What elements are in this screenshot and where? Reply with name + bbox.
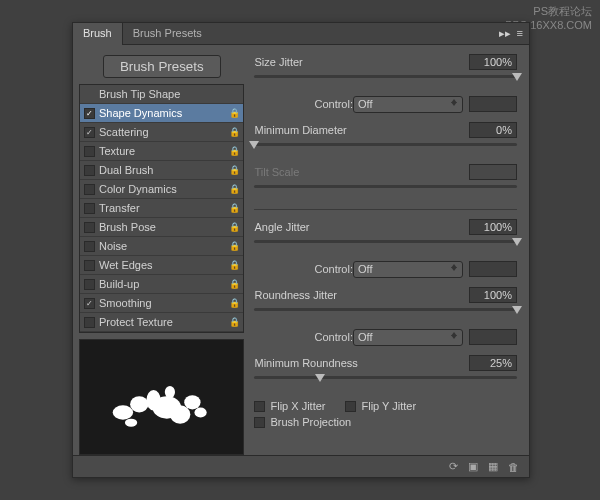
svg-point-0: [113, 405, 133, 419]
toggle-icon[interactable]: ⟳: [449, 460, 458, 473]
flip-x-jitter[interactable]: Flip X Jitter: [254, 400, 325, 412]
option-dual-brush[interactable]: Dual Brush 🔒: [80, 161, 243, 180]
checkbox-icon[interactable]: [84, 317, 95, 328]
min-diameter-value[interactable]: 0%: [469, 122, 517, 138]
option-noise[interactable]: Noise 🔒: [80, 237, 243, 256]
tab-brush-presets[interactable]: Brush Presets: [123, 23, 212, 45]
tab-brush[interactable]: Brush: [73, 23, 123, 45]
option-label: Protect Texture: [99, 316, 173, 328]
control2-label: Control:: [254, 263, 353, 275]
angle-jitter-label: Angle Jitter: [254, 221, 469, 233]
svg-point-7: [125, 419, 137, 427]
checkbox-icon[interactable]: [84, 260, 95, 271]
option-scattering[interactable]: Scattering 🔒: [80, 123, 243, 142]
option-label: Color Dynamics: [99, 183, 177, 195]
lock-icon[interactable]: 🔒: [229, 317, 239, 327]
min-diameter-label: Minimum Diameter: [254, 124, 469, 136]
checkbox-icon[interactable]: [84, 165, 95, 176]
lock-icon[interactable]: 🔒: [229, 146, 239, 156]
lock-icon[interactable]: 🔒: [229, 241, 239, 251]
settings-column: Size Jitter 100% Control: Off Minimum Di…: [250, 51, 523, 449]
svg-point-6: [194, 407, 206, 417]
lock-icon[interactable]: 🔒: [229, 260, 239, 270]
lock-icon[interactable]: 🔒: [229, 127, 239, 137]
control3-select[interactable]: Off: [353, 329, 463, 346]
control2-select[interactable]: Off: [353, 261, 463, 278]
option-label: Shape Dynamics: [99, 107, 182, 119]
option-smoothing[interactable]: Smoothing 🔒: [80, 294, 243, 313]
option-label: Transfer: [99, 202, 140, 214]
trash-icon[interactable]: 🗑: [508, 461, 519, 473]
option-label: Dual Brush: [99, 164, 153, 176]
new-icon[interactable]: ▣: [468, 460, 478, 473]
brush-panel: Brush Brush Presets ▸▸ ≡ Brush Presets B…: [72, 22, 530, 478]
checkbox-icon[interactable]: [84, 184, 95, 195]
brush-preview: [79, 339, 244, 455]
lock-icon[interactable]: 🔒: [229, 222, 239, 232]
option-wet-edges[interactable]: Wet Edges 🔒: [80, 256, 243, 275]
option-label: Build-up: [99, 278, 139, 290]
roundness-jitter-slider[interactable]: [254, 306, 517, 320]
tilt-scale-value: [469, 164, 517, 180]
lock-icon[interactable]: 🔒: [229, 184, 239, 194]
control1-value: [469, 96, 517, 112]
checkbox-icon[interactable]: [254, 401, 265, 412]
tilt-scale-slider: [254, 183, 517, 197]
checkbox-icon[interactable]: [84, 203, 95, 214]
option-build-up[interactable]: Build-up 🔒: [80, 275, 243, 294]
control2-value: [469, 261, 517, 277]
option-label: Texture: [99, 145, 135, 157]
svg-point-1: [130, 396, 148, 412]
checkbox-icon[interactable]: [84, 127, 95, 138]
lock-icon[interactable]: 🔒: [229, 279, 239, 289]
size-jitter-slider[interactable]: [254, 73, 517, 87]
tilt-scale-label: Tilt Scale: [254, 166, 469, 178]
option-protect-texture[interactable]: Protect Texture 🔒: [80, 313, 243, 332]
checkbox-icon[interactable]: [84, 241, 95, 252]
menu-icon[interactable]: ≡: [517, 27, 523, 40]
option-color-dynamics[interactable]: Color Dynamics 🔒: [80, 180, 243, 199]
checkbox-icon[interactable]: [84, 146, 95, 157]
lock-icon[interactable]: 🔒: [229, 203, 239, 213]
lock-icon[interactable]: 🔒: [229, 298, 239, 308]
checkbox-icon[interactable]: [345, 401, 356, 412]
checkbox-icon[interactable]: [84, 279, 95, 290]
option-label: Noise: [99, 240, 127, 252]
option-label: Scattering: [99, 126, 149, 138]
size-jitter-label: Size Jitter: [254, 56, 469, 68]
control1-label: Control:: [254, 98, 353, 110]
option-label: Smoothing: [99, 297, 152, 309]
lock-icon[interactable]: 🔒: [229, 165, 239, 175]
option-label: Brush Tip Shape: [99, 88, 180, 100]
option-texture[interactable]: Texture 🔒: [80, 142, 243, 161]
min-roundness-slider[interactable]: [254, 374, 517, 388]
option-label: Brush Pose: [99, 221, 156, 233]
collapse-icon[interactable]: ▸▸: [499, 27, 511, 40]
checkbox-icon[interactable]: [84, 222, 95, 233]
option-brush-tip-shape[interactable]: Brush Tip Shape: [80, 85, 243, 104]
option-shape-dynamics[interactable]: Shape Dynamics 🔒: [80, 104, 243, 123]
brush-projection[interactable]: Brush Projection: [254, 416, 351, 428]
min-diameter-slider[interactable]: [254, 141, 517, 155]
roundness-jitter-label: Roundness Jitter: [254, 289, 469, 301]
checkbox-icon[interactable]: [84, 108, 95, 119]
preset-icon[interactable]: ▦: [488, 460, 498, 473]
brush-options-list: Brush Tip Shape Shape Dynamics 🔒 Scatter…: [79, 84, 244, 333]
angle-jitter-slider[interactable]: [254, 238, 517, 252]
min-roundness-label: Minimum Roundness: [254, 357, 469, 369]
min-roundness-value[interactable]: 25%: [469, 355, 517, 371]
angle-jitter-value[interactable]: 100%: [469, 219, 517, 235]
left-column: Brush Presets Brush Tip Shape Shape Dyna…: [79, 51, 244, 449]
svg-point-5: [184, 395, 200, 409]
brush-presets-button[interactable]: Brush Presets: [103, 55, 221, 78]
size-jitter-value[interactable]: 100%: [469, 54, 517, 70]
checkbox-icon[interactable]: [84, 298, 95, 309]
roundness-jitter-value[interactable]: 100%: [469, 287, 517, 303]
checkbox-icon[interactable]: [254, 417, 265, 428]
lock-icon[interactable]: 🔒: [229, 108, 239, 118]
option-transfer[interactable]: Transfer 🔒: [80, 199, 243, 218]
control3-label: Control:: [254, 331, 353, 343]
control1-select[interactable]: Off: [353, 96, 463, 113]
flip-y-jitter[interactable]: Flip Y Jitter: [345, 400, 416, 412]
option-brush-pose[interactable]: Brush Pose 🔒: [80, 218, 243, 237]
